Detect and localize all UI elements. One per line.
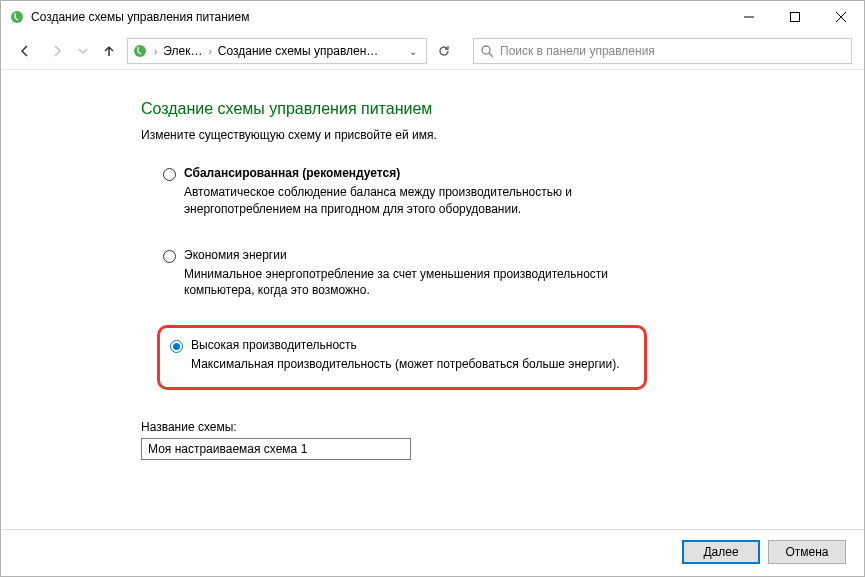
window-title: Создание схемы управления питанием (31, 10, 249, 24)
forward-button[interactable] (43, 37, 71, 65)
option-title: Сбалансированная (рекомендуется) (184, 166, 808, 180)
svg-point-0 (11, 11, 23, 23)
scheme-name-label: Название схемы: (141, 420, 814, 434)
maximize-button[interactable] (772, 1, 818, 33)
svg-point-5 (134, 45, 146, 57)
scheme-name-section: Название схемы: (141, 420, 814, 460)
back-button[interactable] (11, 37, 39, 65)
scheme-name-input[interactable] (141, 438, 411, 460)
footer-buttons: Далее Отмена (1, 529, 864, 576)
option-desc: Автоматическое соблюдение баланса между … (184, 184, 664, 218)
titlebar: Создание схемы управления питанием (1, 1, 864, 33)
breadcrumb[interactable]: › Элек… › Создание схемы управлен… ⌄ (127, 38, 427, 64)
power-options-icon (132, 43, 148, 59)
minimize-button[interactable] (726, 1, 772, 33)
chevron-down-icon[interactable]: ⌄ (404, 46, 422, 57)
option-title: Экономия энергии (184, 248, 808, 262)
svg-line-7 (489, 53, 493, 57)
breadcrumb-item[interactable]: Создание схемы управлен… (218, 44, 378, 58)
content-area: Создание схемы управления питанием Измен… (1, 69, 864, 529)
radio-high-performance[interactable] (170, 340, 183, 353)
refresh-button[interactable] (431, 38, 457, 64)
option-power-saver[interactable]: Экономия энергии Минимальное энергопотре… (157, 244, 814, 304)
page-heading: Создание схемы управления питанием (141, 100, 814, 118)
up-button[interactable] (95, 37, 123, 65)
option-desc: Максимальная производительность (может п… (191, 356, 632, 373)
chevron-right-icon: › (152, 46, 159, 57)
cancel-button[interactable]: Отмена (768, 540, 846, 564)
option-desc: Минимальное энергопотребление за счет ум… (184, 266, 664, 300)
next-button[interactable]: Далее (682, 540, 760, 564)
window: Создание схемы управления питанием (0, 0, 865, 577)
page-subheading: Измените существующую схему и присвойте … (141, 128, 814, 142)
svg-point-6 (482, 46, 490, 54)
option-balanced[interactable]: Сбалансированная (рекомендуется) Автомат… (157, 162, 814, 222)
radio-balanced[interactable] (163, 168, 176, 181)
search-placeholder: Поиск в панели управления (500, 44, 655, 58)
chevron-right-icon: › (207, 46, 214, 57)
svg-rect-2 (791, 13, 800, 22)
plan-options: Сбалансированная (рекомендуется) Автомат… (141, 162, 814, 390)
recent-locations-button[interactable] (75, 37, 91, 65)
search-icon (480, 44, 494, 58)
close-button[interactable] (818, 1, 864, 33)
option-high-performance[interactable]: Высокая производительность Максимальная … (157, 325, 647, 390)
app-icon (9, 9, 25, 25)
option-title: Высокая производительность (191, 338, 632, 352)
window-controls (726, 1, 864, 33)
search-input[interactable]: Поиск в панели управления (473, 38, 852, 64)
radio-power-saver[interactable] (163, 250, 176, 263)
nav-toolbar: › Элек… › Создание схемы управлен… ⌄ Пои… (1, 33, 864, 69)
breadcrumb-item[interactable]: Элек… (163, 44, 202, 58)
